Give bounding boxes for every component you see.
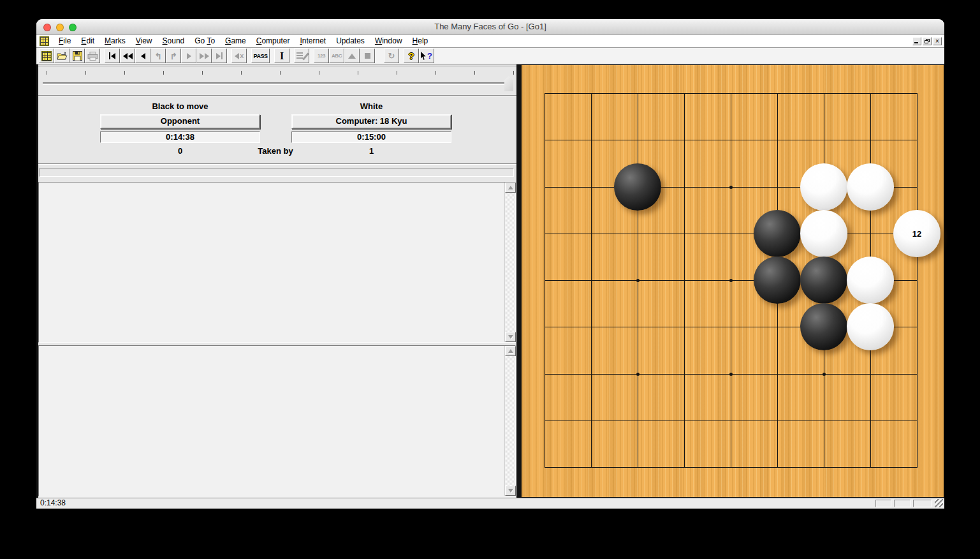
black-stone (800, 303, 847, 350)
help-question-icon: ? (408, 50, 414, 61)
show-numbers-button[interactable]: 123 (314, 48, 329, 63)
black-stone (754, 257, 801, 304)
comment-scrollbar[interactable] (504, 346, 515, 496)
menu-sound[interactable]: Sound (157, 35, 190, 47)
grid-line-h (545, 421, 918, 421)
menu-file[interactable]: File (54, 35, 76, 47)
go-last-move-button[interactable] (212, 48, 227, 63)
redo-button[interactable]: ↻ (384, 48, 399, 63)
mark-triangle-button[interactable] (344, 48, 360, 63)
comment-pencil-icon (296, 52, 307, 61)
move-list-panel[interactable] (38, 182, 516, 343)
scroll-down-button[interactable] (505, 486, 516, 496)
menu-updates[interactable]: Updates (331, 35, 370, 47)
scroll-down-button[interactable] (505, 332, 516, 342)
go-board[interactable]: 12 (522, 65, 944, 497)
step-forward-button[interactable] (181, 48, 196, 63)
menu-go-to[interactable]: Go To (189, 35, 220, 47)
menu-marks[interactable]: Marks (99, 35, 131, 47)
game-info-pane: Black to move White Opponent Computer: 1… (38, 64, 516, 498)
black-player-button[interactable]: Opponent (100, 114, 260, 129)
triangle-mark-icon (348, 54, 356, 59)
mdi-restore-button[interactable] (923, 37, 932, 45)
star-point (636, 279, 640, 282)
show-letters-button[interactable]: ABC (329, 48, 344, 63)
star-point (823, 373, 826, 376)
move-list-scrollbar[interactable] (504, 183, 515, 342)
comment-panel[interactable] (38, 345, 516, 496)
slider-tick (513, 71, 514, 75)
slider-tick (202, 71, 203, 75)
rewind-button[interactable] (120, 48, 135, 63)
branch-forward-button[interactable]: ↱ (166, 48, 181, 63)
menu-internet[interactable]: Internet (295, 35, 331, 47)
mark-square-button[interactable] (360, 48, 375, 63)
fast-forward-button[interactable] (196, 48, 212, 63)
mdi-client-area: Black to move White Opponent Computer: 1… (36, 64, 944, 498)
mdi-window-controls: × (912, 37, 942, 45)
black-stone (754, 210, 801, 257)
cursor-arrow-icon (421, 52, 427, 60)
step-back-button[interactable] (135, 48, 150, 63)
scroll-up-button[interactable] (505, 183, 516, 193)
black-status-label: Black to move (100, 101, 260, 111)
menu-computer[interactable]: Computer (251, 35, 295, 47)
mdi-close-button[interactable]: × (933, 37, 942, 45)
scroll-up-button[interactable] (505, 346, 516, 356)
status-message: 0:14:38 (40, 498, 66, 507)
menu-window[interactable]: Window (370, 35, 407, 47)
slider-tick (163, 71, 164, 75)
open-folder-icon (57, 52, 68, 60)
menu-bar: FileEditMarksViewSoundGo ToGameComputerI… (36, 35, 944, 48)
status-section (894, 500, 911, 507)
white-player-button[interactable]: Computer: 18 Kyu (291, 114, 451, 129)
arrow-up-icon (508, 186, 513, 190)
slider-tick (319, 71, 319, 75)
menu-view[interactable]: View (131, 35, 157, 47)
comment-strip (40, 168, 514, 177)
star-point (729, 279, 733, 282)
slider-tick (474, 71, 475, 75)
black-stone (614, 163, 661, 211)
menu-game[interactable]: Game (220, 35, 251, 47)
pass-button[interactable]: PASS (251, 48, 270, 63)
slider-thumb[interactable] (504, 76, 513, 91)
black-clock: 0:14:38 (100, 131, 260, 143)
move-slider (38, 66, 516, 96)
slider-tick (47, 71, 47, 75)
status-bar: 0:14:38 (36, 498, 944, 509)
floppy-save-icon (73, 51, 82, 61)
white-stone (800, 163, 847, 211)
menu-edit[interactable]: Edit (76, 35, 99, 47)
arrow-down-icon (508, 335, 513, 339)
black-stone (800, 257, 847, 304)
white-stone (847, 303, 894, 350)
white-captures-count: 1 (291, 146, 451, 156)
grid-line-h (545, 467, 918, 468)
slider-tick (397, 71, 397, 75)
slider-tick (241, 71, 242, 75)
print-button[interactable] (85, 48, 100, 63)
help-button[interactable]: ? (404, 48, 419, 63)
menu-help[interactable]: Help (407, 35, 434, 47)
title-bar: The Many Faces of Go - [Go1] (36, 19, 944, 35)
new-board-button[interactable] (39, 48, 54, 63)
slider-tick (358, 71, 358, 75)
slider-tick (124, 71, 125, 75)
star-point (636, 373, 640, 376)
go-first-move-button[interactable] (105, 48, 120, 63)
edit-comment-button[interactable] (294, 48, 309, 63)
save-button[interactable] (69, 48, 85, 63)
arrow-up-icon (508, 349, 513, 353)
open-file-button[interactable] (54, 48, 69, 63)
context-help-button[interactable]: ? (419, 48, 434, 63)
status-section (875, 500, 891, 507)
takeback-move-button[interactable]: X (231, 48, 247, 63)
branch-back-button[interactable]: ↰ (150, 48, 166, 63)
white-stone (847, 163, 894, 211)
slider-track[interactable] (43, 82, 511, 85)
resize-grip[interactable] (935, 499, 943, 507)
goban-app-icon (40, 36, 49, 46)
mdi-minimize-button[interactable] (912, 37, 921, 45)
text-tool-button[interactable]: I (274, 48, 289, 63)
